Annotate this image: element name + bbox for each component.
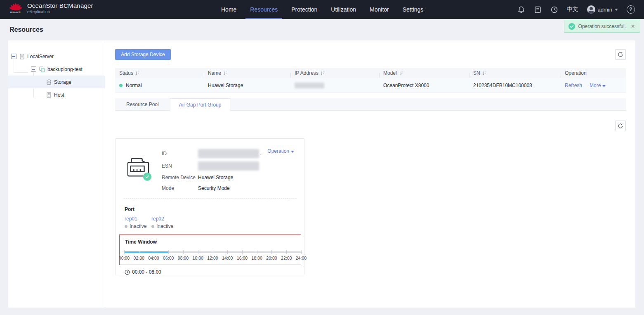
table-row[interactable]: Normal Huawei.Storage OceanProtect X8000… (115, 78, 626, 93)
column-model[interactable]: Model (379, 70, 469, 76)
time-range-text: 00:00 - 06:00 (132, 269, 161, 275)
log-icon[interactable] (534, 6, 542, 14)
ip-cell (290, 83, 379, 88)
device-tree: LocalServer backuplong-test Storage (8, 40, 105, 308)
time-window-title: Time Window (125, 239, 301, 245)
page-title: Resources (9, 26, 43, 33)
verified-check-icon (143, 173, 151, 181)
nav-monitor[interactable]: Monitor (370, 0, 389, 19)
close-icon[interactable]: ✕ (631, 24, 635, 29)
sort-icon[interactable] (135, 71, 140, 76)
bell-icon[interactable] (517, 6, 525, 14)
nav-utilization[interactable]: Utilization (331, 0, 356, 19)
field-remote-device: Remote Device Huawei.Storage (162, 174, 263, 181)
tree-item-backuplong-test[interactable]: backuplong-test (8, 63, 105, 76)
tree-item-label: backuplong-test (47, 66, 83, 72)
toast-message: Operation successful. (578, 24, 626, 29)
sn-cell: 2102354DFB10MC100003 (469, 83, 561, 88)
column-status[interactable]: Status (115, 70, 204, 76)
redacted-ip (295, 83, 324, 88)
content-area: LocalServer backuplong-test Storage (8, 40, 635, 308)
air-gap-device-icon (126, 155, 155, 195)
username: admin (598, 7, 612, 13)
nav-home[interactable]: Home (221, 0, 236, 19)
refresh-link[interactable]: Refresh (565, 83, 582, 88)
success-toast: Operation successful. ✕ (564, 20, 640, 33)
status-dot (119, 84, 123, 87)
title-bar: Resources (0, 19, 644, 40)
port-rep02: rep02 Inactive (151, 216, 178, 229)
collapse-icon[interactable] (31, 66, 36, 72)
tree-item-localserver[interactable]: LocalServer (8, 50, 105, 63)
table-header: Status Name IP Address Model SN Operatio… (115, 68, 626, 78)
brand: HUAWEI OceanStor BCManager eReplication (7, 2, 93, 14)
product-subtitle: eReplication (27, 9, 93, 14)
refresh-button[interactable] (615, 121, 626, 131)
port-link[interactable]: rep01 (125, 216, 151, 222)
time-window-timeline: 00:00 02:00 04:00 06:00 08:00 10:00 12:0… (124, 251, 301, 253)
port-section-title: Port (125, 206, 304, 212)
main-panel: Add Storage Device Status Name IP Addres… (105, 40, 635, 308)
port-rep01: rep01 Inactive (125, 216, 151, 229)
tree-item-storage[interactable]: Storage (8, 76, 105, 88)
nav-resources[interactable]: Resources (250, 0, 278, 19)
tab-air-gap-port-group[interactable]: Air Gap Port Group (170, 98, 231, 111)
active-time-segment (124, 251, 168, 253)
column-sn[interactable]: SN (469, 70, 561, 76)
tab-bar: Resource Pool Air Gap Port Group (115, 98, 626, 111)
status-text: Normal (126, 83, 142, 88)
nav-settings[interactable]: Settings (403, 0, 424, 19)
language-switch[interactable]: 中文 (567, 6, 578, 13)
sort-icon[interactable] (399, 71, 403, 76)
inactive-dot (151, 225, 154, 228)
air-gap-card: Operation ID . (115, 138, 304, 275)
operation-cell: Refresh More (561, 83, 626, 88)
avatar-icon (587, 5, 595, 14)
tree-item-host[interactable]: Host (8, 88, 105, 101)
sort-icon[interactable] (482, 71, 487, 76)
sort-icon[interactable] (223, 71, 228, 76)
column-name[interactable]: Name (204, 70, 290, 76)
collapse-icon[interactable] (11, 54, 17, 59)
time-window-highlight-box: Time Window 00:00 02:00 04:00 06:00 08:0… (119, 234, 301, 265)
inactive-dot (125, 225, 127, 228)
card-operation-dropdown[interactable]: Operation (267, 148, 294, 154)
divider (124, 198, 297, 199)
name-cell: Huawei.Storage (204, 83, 290, 88)
column-ip-address[interactable]: IP Address (290, 70, 379, 76)
cluster-icon (39, 66, 45, 72)
port-link[interactable]: rep02 (151, 216, 178, 222)
clock-icon (125, 270, 130, 275)
chevron-down-icon (602, 85, 606, 87)
field-esn: ESN (162, 161, 263, 171)
host-icon (46, 92, 52, 98)
help-icon[interactable]: ? (627, 5, 635, 14)
add-storage-device-button[interactable]: Add Storage Device (115, 49, 171, 60)
nav-protection[interactable]: Protection (291, 0, 317, 19)
tree-item-label: Host (54, 92, 64, 98)
storage-icon (46, 79, 52, 85)
time-range: 00:00 - 06:00 (125, 269, 304, 275)
tab-resource-pool[interactable]: Resource Pool (118, 98, 167, 110)
clock-icon[interactable] (550, 6, 558, 14)
field-mode: Mode Security Mode (162, 185, 263, 192)
more-link[interactable]: More (590, 83, 606, 88)
chevron-down-icon (615, 9, 618, 11)
sort-icon[interactable] (321, 71, 325, 76)
redacted-esn (198, 161, 259, 171)
chevron-down-icon (291, 151, 294, 153)
refresh-button[interactable] (615, 49, 626, 60)
huawei-logo-icon: HUAWEI (7, 3, 24, 14)
column-operation: Operation (561, 70, 626, 76)
product-title: OceanStor BCManager (27, 2, 93, 9)
status-cell: Normal (115, 83, 204, 88)
huawei-wordmark: HUAWEI (10, 11, 21, 14)
model-cell: OceanProtect X8000 (379, 83, 469, 88)
tree-item-label: LocalServer (27, 54, 54, 59)
main-nav: Home Resources Protection Utilization Mo… (221, 0, 423, 19)
redacted-id (198, 149, 259, 158)
field-id: ID .. (162, 149, 263, 158)
user-menu[interactable]: admin (587, 5, 618, 14)
success-check-icon (569, 23, 575, 30)
top-bar: HUAWEI OceanStor BCManager eReplication … (0, 0, 644, 19)
